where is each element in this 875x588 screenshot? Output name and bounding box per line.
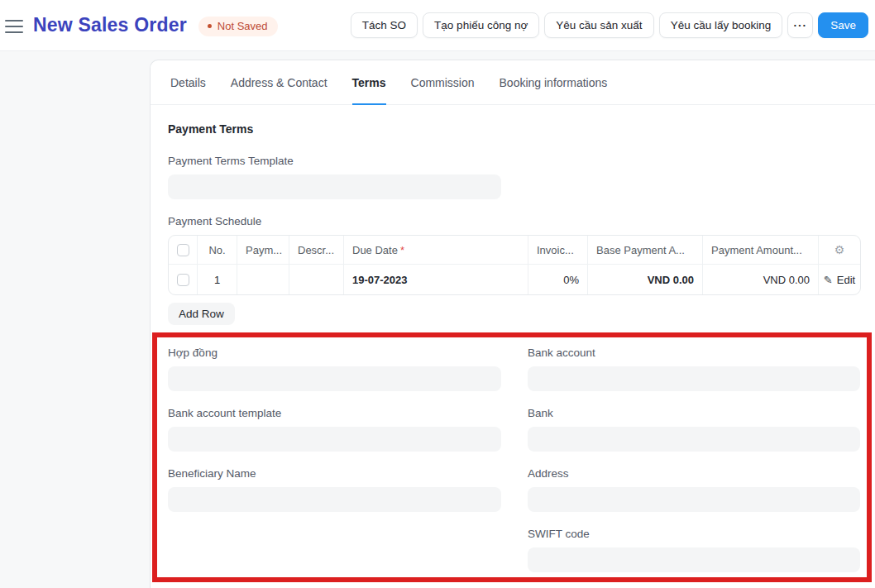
hop-dong-input[interactable]: [168, 366, 501, 391]
table-row: 1 19-07-2023 0% VND 0.00 VND 0.00 ✎ Edit: [169, 265, 860, 294]
tab-content: Payment Terms Payment Terms Template Pay…: [151, 105, 875, 582]
empty-grid-cell: [168, 528, 501, 572]
table-settings-cell: ⚙: [819, 236, 860, 264]
address-label: Address: [528, 467, 860, 480]
bank-input[interactable]: [528, 427, 860, 452]
field-beneficiary-name: Beneficiary Name: [168, 467, 501, 512]
header-checkbox-cell: [169, 236, 198, 264]
status-dot-icon: [208, 24, 212, 28]
select-all-checkbox[interactable]: [177, 244, 189, 256]
form-card: Details Address & Contact Terms Commissi…: [150, 60, 875, 588]
field-bank-account-template: Bank account template: [168, 407, 501, 452]
status-badge: Not Saved: [198, 17, 278, 36]
hop-dong-label: Hợp đồng: [168, 347, 501, 359]
payment-schedule-label: Payment Schedule: [168, 215, 860, 227]
column-header-due-date: Due Date*: [344, 236, 528, 264]
settings-gear-icon[interactable]: ⚙: [834, 244, 845, 256]
status-badge-label: Not Saved: [218, 20, 268, 32]
booking-request-button[interactable]: Yêu cầu lấy booking: [659, 12, 783, 38]
column-header-payment-term: Paym...: [237, 236, 289, 264]
navbar-actions: Tách SO Tạo phiếu công nợ Yêu cầu sản xu…: [351, 12, 868, 38]
table-header-row: No. Paym... Descr... Due Date* Invoic...…: [169, 236, 860, 265]
production-request-button[interactable]: Yêu cầu sản xuất: [544, 12, 653, 38]
add-row-button[interactable]: Add Row: [168, 303, 235, 325]
edit-label: Edit: [837, 274, 855, 286]
column-header-base-payment-amount: Base Payment A...: [588, 236, 703, 264]
cell-payment-term[interactable]: [237, 265, 289, 294]
column-header-no: No.: [198, 236, 237, 264]
hamburger-menu-icon[interactable]: [5, 20, 23, 33]
beneficiary-name-label: Beneficiary Name: [168, 467, 501, 480]
bank-account-template-label: Bank account template: [168, 407, 501, 419]
bank-account-input[interactable]: [528, 366, 860, 391]
field-bank: Bank: [528, 407, 860, 452]
bank-fields-grid: Hợp đồng Bank account Bank account templ…: [168, 347, 867, 572]
pencil-icon: ✎: [824, 274, 833, 286]
tab-booking-informations[interactable]: Booking informations: [500, 60, 608, 105]
edit-row-button[interactable]: ✎ Edit: [824, 274, 855, 286]
row-checkbox-cell: [169, 265, 198, 294]
tab-details[interactable]: Details: [170, 60, 206, 105]
navbar: New Sales Order Not Saved Tách SO Tạo ph…: [0, 0, 875, 51]
payment-terms-heading: Payment Terms: [168, 122, 860, 136]
column-header-description: Descr...: [289, 236, 344, 264]
form-tabs: Details Address & Contact Terms Commissi…: [151, 60, 875, 105]
annotation-red-box: Hợp đồng Bank account Bank account templ…: [152, 332, 872, 582]
cell-base-payment-amount[interactable]: VND 0.00: [588, 265, 703, 294]
bank-account-template-input[interactable]: [168, 427, 501, 452]
tab-terms[interactable]: Terms: [352, 60, 386, 105]
required-asterisk: *: [400, 244, 404, 256]
cell-description[interactable]: [289, 265, 344, 294]
more-actions-button[interactable]: ···: [787, 12, 813, 38]
bank-label: Bank: [528, 407, 860, 419]
cell-no: 1: [198, 265, 237, 294]
save-button[interactable]: Save: [818, 12, 868, 38]
cell-invoice-portion[interactable]: 0%: [528, 265, 588, 294]
tab-address-contact[interactable]: Address & Contact: [231, 60, 328, 105]
swift-code-input[interactable]: [528, 547, 860, 572]
cell-edit: ✎ Edit: [819, 265, 860, 294]
field-address: Address: [528, 467, 860, 512]
split-so-button[interactable]: Tách SO: [351, 12, 418, 38]
bank-account-label: Bank account: [528, 347, 860, 359]
beneficiary-name-input[interactable]: [168, 487, 501, 512]
payment-schedule-table: No. Paym... Descr... Due Date* Invoic...…: [168, 235, 861, 295]
cell-payment-amount[interactable]: VND 0.00: [703, 265, 819, 294]
payment-terms-template-input[interactable]: [168, 174, 501, 199]
field-swift-code: SWIFT code: [528, 528, 860, 572]
column-header-invoice-portion: Invoic...: [528, 236, 588, 264]
row-checkbox[interactable]: [177, 274, 189, 286]
create-debt-note-button[interactable]: Tạo phiếu công nợ: [423, 12, 539, 38]
column-header-payment-amount: Payment Amount...: [703, 236, 819, 264]
page-title: New Sales Order: [33, 14, 187, 36]
tab-commission[interactable]: Commission: [411, 60, 475, 105]
field-hop-dong: Hợp đồng: [168, 347, 501, 391]
field-bank-account: Bank account: [528, 347, 860, 391]
cell-due-date[interactable]: 19-07-2023: [344, 265, 528, 294]
payment-terms-template-label: Payment Terms Template: [168, 155, 860, 167]
swift-code-label: SWIFT code: [528, 528, 860, 540]
address-input[interactable]: [528, 487, 860, 512]
